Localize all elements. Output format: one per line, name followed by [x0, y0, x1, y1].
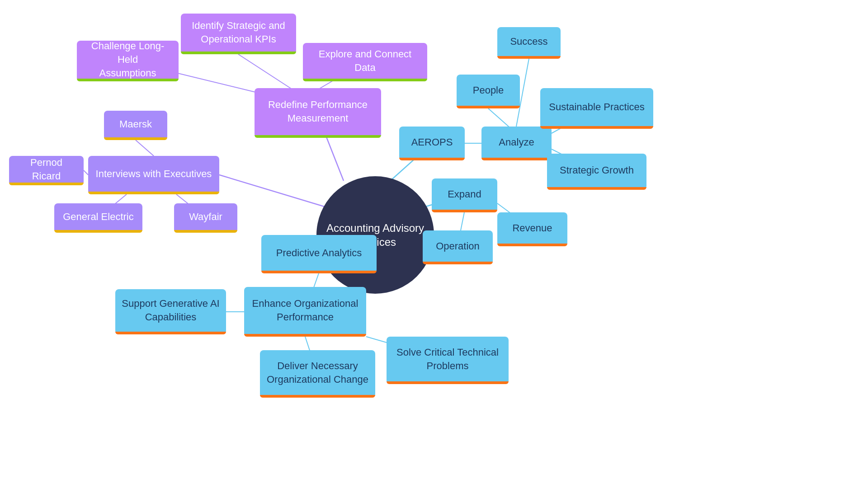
wayfair-node: Wayfair [174, 203, 237, 233]
redefine-node: Redefine Performance Measurement [255, 88, 381, 138]
general-label: General Electric [63, 210, 134, 224]
explore-bar [303, 79, 427, 81]
general-bar [54, 230, 142, 233]
expand-node: Expand [432, 178, 497, 212]
expand-bar [432, 210, 497, 212]
enhance-label: Enhance Organizational Performance [252, 297, 359, 324]
aerops-bar [399, 158, 465, 160]
sustainable-node: Sustainable Practices [540, 88, 653, 129]
people-node: People [457, 75, 520, 108]
solve-node: Solve Critical Technical Problems [387, 337, 509, 384]
operation-label: Operation [436, 239, 480, 253]
predictive-label: Predictive Analytics [276, 246, 362, 260]
strategic-node: Strategic Growth [547, 154, 646, 190]
interviews-bar [88, 192, 219, 194]
enhance-node: Enhance Organizational Performance [244, 287, 366, 337]
pernod-bar [9, 183, 84, 185]
predictive-node: Predictive Analytics [261, 235, 377, 273]
analyze-node: Analyze [481, 127, 552, 160]
success-node: Success [497, 27, 561, 59]
interviews-label: Interviews with Executives [96, 167, 212, 181]
deliver-bar [260, 395, 375, 398]
enhance-bar [244, 334, 366, 337]
wayfair-label: Wayfair [189, 210, 222, 224]
maersk-label: Maersk [119, 117, 152, 131]
challenge-node: Challenge Long-Held Assumptions [77, 41, 179, 81]
operation-node: Operation [423, 230, 493, 264]
sustainable-label: Sustainable Practices [549, 100, 645, 114]
identify-node: Identify Strategic and Operational KPIs [181, 14, 296, 54]
success-bar [497, 56, 561, 59]
operation-bar [423, 262, 493, 264]
deliver-node: Deliver Necessary Organizational Change [260, 350, 375, 398]
svg-line-1 [238, 54, 294, 90]
challenge-label: Challenge Long-Held Assumptions [83, 39, 172, 80]
solve-label: Solve Critical Technical Problems [396, 346, 499, 372]
revenue-node: Revenue [497, 212, 567, 246]
success-label: Success [510, 35, 547, 48]
deliver-label: Deliver Necessary Organizational Change [267, 359, 368, 386]
people-label: People [473, 84, 504, 97]
maersk-bar [104, 137, 167, 140]
support-bar [115, 332, 226, 334]
revenue-label: Revenue [512, 221, 552, 235]
challenge-bar [77, 79, 179, 81]
aerops-node: AEROPS [399, 127, 465, 160]
explore-label: Explore and Connect Data [309, 47, 421, 74]
wayfair-bar [174, 230, 237, 233]
explore-node: Explore and Connect Data [303, 43, 427, 81]
expand-label: Expand [448, 188, 481, 201]
strategic-label: Strategic Growth [560, 164, 634, 177]
identify-label: Identify Strategic and Operational KPIs [192, 19, 285, 46]
pernod-node: Pernod Ricard [9, 156, 84, 185]
strategic-bar [547, 187, 646, 190]
predictive-bar [261, 271, 377, 273]
general-node: General Electric [54, 203, 142, 233]
svg-line-5 [136, 140, 154, 156]
pernod-label: Pernod Ricard [15, 156, 77, 183]
sustainable-bar [540, 126, 653, 129]
maersk-node: Maersk [104, 111, 167, 140]
redefine-bar [255, 135, 381, 138]
identify-bar [181, 52, 296, 54]
support-label: Support Generative AI Capabilities [122, 297, 219, 324]
redefine-label: Redefine Performance Measurement [268, 98, 368, 125]
people-bar [457, 106, 520, 108]
interviews-node: Interviews with Executives [88, 156, 219, 194]
analyze-bar [481, 158, 552, 160]
revenue-bar [497, 244, 567, 246]
analyze-label: Analyze [499, 136, 534, 149]
support-node: Support Generative AI Capabilities [115, 289, 226, 334]
svg-line-6 [84, 170, 88, 175]
aerops-label: AEROPS [411, 136, 453, 149]
solve-bar [387, 381, 509, 384]
